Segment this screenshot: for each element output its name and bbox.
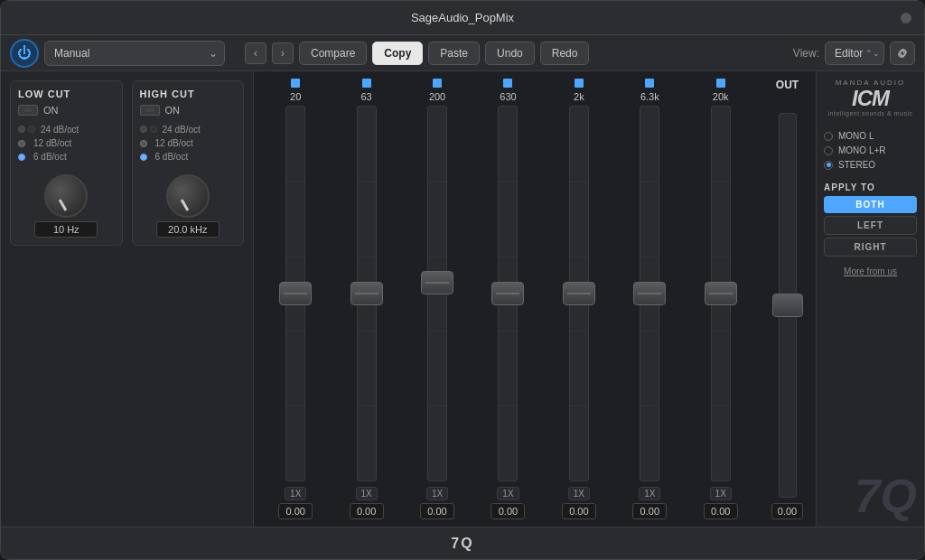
band-fader-track-200[interactable] [427,106,447,481]
mono-l-radio[interactable] [824,132,833,141]
slope-label-24db-low: 24 dB/oct [41,125,79,135]
band-bottom-20: 1X 0.00 [278,487,313,519]
apply-both-button[interactable]: BOTH [824,196,917,213]
link-button[interactable] [890,42,915,65]
nav-back-button[interactable]: ‹ [245,42,266,64]
preset-select[interactable]: Manual [44,41,225,66]
slope-row-24db-high[interactable]: 24 dB/oct [140,125,237,135]
band-multiplier-6.3k: 1X [639,487,660,500]
minimize-button[interactable] [901,13,911,23]
band-freq-label-6.3k: 6.3k [640,91,659,102]
stereo-radio[interactable] [824,161,833,170]
low-cut-section: LOW CUT ON 24 dB/oct [10,80,123,246]
band-fader-track-2k[interactable] [569,106,589,481]
redo-button[interactable]: Redo [540,42,590,65]
band-bottom-20k: 1X 0.00 [704,487,738,519]
band-db-630: 0.00 [491,503,525,519]
band-fader-track-630[interactable] [498,106,518,481]
mono-lr-radio[interactable] [824,146,833,155]
band-db-6.3k: 0.00 [632,503,667,519]
eq-bands-row: 20 1X 0.00 63 [257,79,812,519]
apply-right-button[interactable]: RIGHT [824,238,917,257]
mono-lr-option[interactable]: MONO L+R [824,145,917,155]
band-freq-label-630: 630 [500,91,516,102]
mono-l-label: MONO L [838,131,874,141]
svg-rect-0 [23,108,33,112]
band-multiplier-20k: 1X [710,487,732,500]
band-fader-track-20[interactable] [285,106,305,481]
out-label: OUT [776,79,799,91]
high-cut-on-row: ON [140,105,237,116]
preset-select-wrapper: Manual [44,41,225,66]
eq-band-2k: 2k 1X 0.00 [545,79,613,519]
band-db-63: 0.00 [350,503,384,519]
band-freq-label-2k: 2k [574,91,584,102]
apply-left-button[interactable]: LEFT [824,216,917,235]
band-indicator-630 [503,79,512,88]
band-fader-handle-200[interactable] [421,271,453,294]
band-db-20k: 0.00 [704,503,738,519]
undo-button[interactable]: Undo [485,42,535,65]
window-controls [901,13,911,23]
app-window: SageAudio_PopMix ⏻ Manual ‹ › Compare Co… [0,0,925,560]
low-cut-on-row: ON [18,105,115,116]
eq-band-20: 20 1X 0.00 [261,79,330,519]
view-label: View: [793,47,819,60]
band-multiplier-2k: 1X [568,487,590,500]
band-fader-track-20k[interactable] [711,106,731,481]
high-cut-freq-value: 20.0 kHz [156,221,220,238]
band-fader-handle-2k[interactable] [563,282,595,305]
band-indicator-63 [362,79,371,88]
band-fader-handle-63[interactable] [350,282,383,305]
high-cut-knob[interactable] [166,174,210,218]
low-cut-toggle[interactable] [18,105,38,116]
bottom-bar: 7Q [1,527,924,559]
slope-label-6db-high: 6 dB/oct [155,152,189,162]
band-freq-label-200: 200 [429,91,445,102]
band-multiplier-200: 1X [426,487,448,500]
low-cut-knob[interactable] [44,174,88,218]
band-indicator-20k [716,79,725,88]
high-cut-on-label: ON [165,105,181,116]
slope-row-12db-low[interactable]: 12 dB/oct [18,138,115,148]
high-cut-toggle[interactable] [140,105,160,116]
band-db-200: 0.00 [420,503,454,519]
copy-button[interactable]: Copy [372,42,423,65]
compare-button[interactable]: Compare [299,42,367,65]
band-fader-handle-20k[interactable] [705,282,737,305]
out-bottom: 0.00 [771,503,803,519]
low-cut-knob-wrapper: 10 Hz [18,174,115,238]
stereo-option[interactable]: STEREO [824,160,917,170]
more-from-us-link[interactable]: More from us [824,266,917,276]
view-select-wrapper: Editor [825,42,884,65]
high-cut-knob-wrapper: 20.0 kHz [140,174,237,238]
slope-row-6db-low[interactable]: 6 dB/oct [18,152,115,162]
view-select[interactable]: Editor [825,42,884,65]
band-indicator-20 [291,79,300,88]
mono-l-option[interactable]: MONO L [824,131,917,141]
eq-band-63: 63 1X 0.00 [332,79,400,519]
paste-button[interactable]: Paste [428,42,480,65]
nav-forward-button[interactable]: › [272,42,294,64]
slope-row-12db-high[interactable]: 12 dB/oct [140,138,237,148]
stereo-label: STEREO [838,160,875,170]
band-fader-handle-6.3k[interactable] [633,282,666,305]
power-button[interactable]: ⏻ [10,39,39,68]
band-fader-track-63[interactable] [357,106,377,481]
band-fader-track-6.3k[interactable] [640,106,659,481]
eq-band-6.3k: 6.3k 1X 0.00 [615,79,684,519]
svg-rect-1 [145,108,154,112]
low-cut-slopes: 24 dB/oct 12 dB/oct 6 dB/oct [18,125,115,162]
band-fader-handle-20[interactable] [279,282,312,305]
seven-q-logo: 7Q [824,472,917,519]
out-fader-handle[interactable] [772,294,803,317]
bands-container: 20 1X 0.00 63 [257,79,759,519]
out-fader-track[interactable] [779,113,797,498]
band-fader-handle-630[interactable] [491,282,524,305]
band-db-20: 0.00 [278,503,313,519]
title-bar: SageAudio_PopMix [1,1,924,35]
bottom-title: 7Q [451,536,473,552]
slope-row-6db-high[interactable]: 6 dB/oct [140,152,237,162]
band-bottom-630: 1X 0.00 [491,487,525,519]
slope-row-24db-low[interactable]: 24 dB/oct [18,125,115,135]
